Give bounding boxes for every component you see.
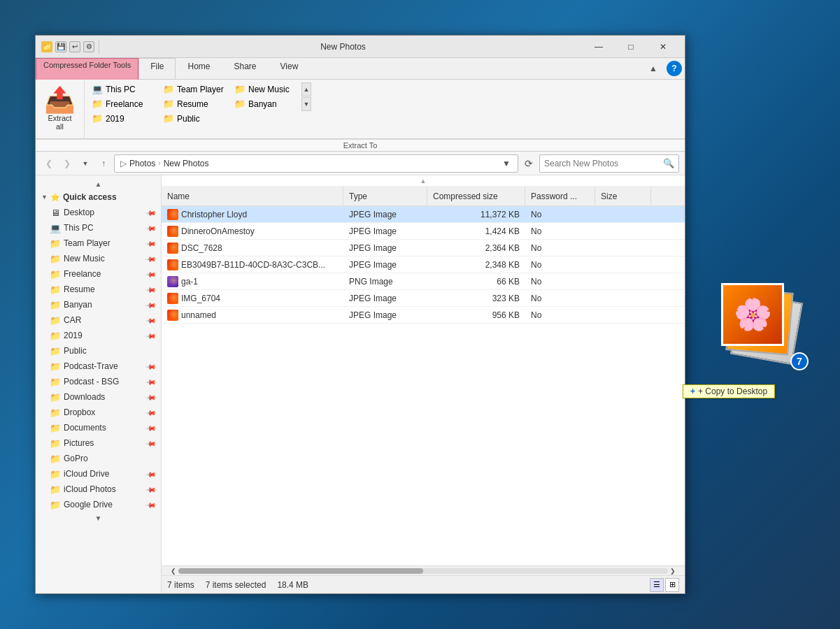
ribbon-scroll-down[interactable]: ▼ xyxy=(301,97,311,111)
sidebar-item-google-drive[interactable]: 📁 Google Drive 📌 xyxy=(36,497,161,512)
table-row[interactable]: IMG_6704 JPEG Image 323 KB No xyxy=(162,290,685,307)
table-row[interactable]: EB3049B7-B11D-40CD-8A3C-C3CB... JPEG Ima… xyxy=(162,256,685,273)
help-button[interactable]: ? xyxy=(667,61,682,76)
ribbon-tab-bar: Compressed Folder Tools File Home Share … xyxy=(36,58,685,80)
col-header-name[interactable]: Name xyxy=(162,187,343,205)
sidebar-scroll-down[interactable]: ▼ xyxy=(36,512,161,523)
sidebar-item-podcast-trave[interactable]: 📁 Podcast-Trave 📌 xyxy=(36,359,161,374)
sidebar-item-icloud-photos[interactable]: 📁 iCloud Photos 📌 xyxy=(36,482,161,497)
sidebar-item-desktop[interactable]: 🖥 Desktop 📌 xyxy=(36,205,161,220)
ribbon-resume[interactable]: 📁 Resume xyxy=(159,97,229,110)
ribbon-folder-col-2: 📁 Team Player 📁 Resume 📁 Public xyxy=(159,82,229,125)
hscroll-left-button[interactable]: ❮ xyxy=(169,566,178,576)
sidebar-item-gopro[interactable]: 📁 GoPro xyxy=(36,451,161,466)
col-header-type[interactable]: Type xyxy=(343,187,427,205)
file-size-cell xyxy=(595,223,651,239)
sidebar-item-documents[interactable]: 📁 Documents 📌 xyxy=(36,420,161,435)
hscroll-track xyxy=(178,568,668,574)
new-music-pin-icon: 📌 xyxy=(145,253,157,264)
sidebar-item-freelance[interactable]: 📁 Freelance 📌 xyxy=(36,266,161,282)
ribbon-2019[interactable]: 📁 2019 xyxy=(87,112,157,125)
back-button[interactable]: ❮ xyxy=(41,156,57,171)
quick-access-header[interactable]: ▼ ⭐ Quick access xyxy=(36,189,161,205)
sidebar-item-2019[interactable]: 📁 2019 📌 xyxy=(36,328,161,343)
close-button[interactable]: ✕ xyxy=(647,36,679,58)
refresh-button[interactable]: ⟳ xyxy=(521,156,536,171)
file-compressed-cell: 956 KB xyxy=(427,307,525,323)
file-name-cell: DSC_7628 xyxy=(162,240,343,256)
col-header-size[interactable]: Size xyxy=(595,187,651,205)
details-view-button[interactable]: ☰ xyxy=(650,578,664,592)
up-button[interactable]: ↑ xyxy=(96,156,111,171)
table-row[interactable]: unnamed JPEG Image 956 KB No xyxy=(162,307,685,324)
sidebar-item-banyan[interactable]: 📁 Banyan 📌 xyxy=(36,297,161,312)
table-row[interactable]: Christopher Lloyd JPEG Image 11,372 KB N… xyxy=(162,206,685,223)
tab-compressed-tools[interactable]: Compressed Folder Tools xyxy=(36,58,138,80)
google-drive-pin-icon: 📌 xyxy=(145,499,157,510)
ribbon-team-player-label: Team Player xyxy=(177,85,224,94)
breadcrumb-dropdown-button[interactable]: ▼ xyxy=(501,158,512,169)
table-row[interactable]: ga-1 PNG Image 66 KB No xyxy=(162,273,685,290)
col-header-compressed[interactable]: Compressed size xyxy=(427,187,525,205)
sidebar-item-team-player[interactable]: 📁 Team Player 📌 xyxy=(36,236,161,251)
search-input[interactable] xyxy=(544,159,660,168)
status-item-count: 7 items xyxy=(167,580,194,590)
icloud-drive-icon: 📁 xyxy=(50,468,61,479)
file-area-scroll-up[interactable]: ▲ xyxy=(162,175,685,187)
png-icon xyxy=(167,276,178,287)
pictures-icon: 📁 xyxy=(50,438,61,449)
sidebar-icloud-drive-label: iCloud Drive xyxy=(64,469,144,479)
sidebar-downloads-label: Downloads xyxy=(64,392,144,402)
undo-icon[interactable]: ↩ xyxy=(69,41,80,52)
sidebar-item-this-pc[interactable]: 💻 This PC 📌 xyxy=(36,220,161,236)
forward-button[interactable]: ❯ xyxy=(59,156,75,171)
extract-to-bar[interactable]: Extract To xyxy=(36,139,685,151)
sidebar-item-public[interactable]: 📁 Public xyxy=(36,343,161,359)
ribbon-freelance[interactable]: 📁 Freelance xyxy=(87,97,157,110)
sidebar-item-resume[interactable]: 📁 Resume 📌 xyxy=(36,282,161,297)
ribbon-team-player[interactable]: 📁 Team Player xyxy=(159,82,229,96)
ribbon-new-music[interactable]: 📁 New Music xyxy=(230,82,300,96)
sidebar-item-car[interactable]: 📁 CAR 📌 xyxy=(36,312,161,328)
maximize-button[interactable]: □ xyxy=(615,36,647,58)
large-icons-view-button[interactable]: ⊞ xyxy=(665,578,679,592)
table-row[interactable]: DSC_7628 JPEG Image 2,364 KB No xyxy=(162,240,685,256)
ribbon-banyan[interactable]: 📁 Banyan xyxy=(230,97,300,110)
hscroll-right-button[interactable]: ❯ xyxy=(668,566,678,576)
file-name-cell: Christopher Lloyd xyxy=(162,206,343,222)
file-name: Christopher Lloyd xyxy=(181,210,247,219)
tab-home[interactable]: Home xyxy=(176,58,222,79)
tab-file[interactable]: File xyxy=(138,58,176,79)
sidebar-item-pictures[interactable]: 📁 Pictures 📌 xyxy=(36,435,161,451)
recent-locations-button[interactable]: ▼ xyxy=(78,156,93,171)
sidebar-item-dropbox[interactable]: 📁 Dropbox 📌 xyxy=(36,405,161,420)
ribbon-scroll-up[interactable]: ▲ xyxy=(301,82,311,96)
ribbon-this-pc[interactable]: 💻 This PC xyxy=(87,82,157,96)
sidebar-new-music-label: New Music xyxy=(64,254,144,263)
horizontal-scrollbar[interactable]: ❮ ❯ xyxy=(162,565,685,575)
sidebar-item-new-music[interactable]: 📁 New Music 📌 xyxy=(36,251,161,266)
tab-view[interactable]: View xyxy=(269,58,311,79)
sidebar-item-icloud-drive[interactable]: 📁 iCloud Drive 📌 xyxy=(36,466,161,482)
properties-icon[interactable]: ⚙ xyxy=(83,41,94,52)
table-row[interactable]: DinneroOnAmestoy JPEG Image 1,424 KB No xyxy=(162,223,685,240)
col-header-password[interactable]: Password ... xyxy=(525,187,595,205)
ribbon-folders-area: 💻 This PC 📁 Freelance 📁 2019 📁 xyxy=(85,80,685,138)
ribbon-collapse-button[interactable]: ▲ xyxy=(646,61,661,76)
file-compressed-cell: 2,348 KB xyxy=(427,256,525,273)
sidebar-scroll-up[interactable]: ▲ xyxy=(36,178,161,189)
file-type-cell: JPEG Image xyxy=(343,206,427,222)
save-icon[interactable]: 💾 xyxy=(55,41,66,52)
file-name: DSC_7628 xyxy=(181,243,222,253)
breadcrumb-new-photos[interactable]: New Photos xyxy=(164,159,209,168)
minimize-button[interactable]: — xyxy=(583,36,615,58)
extract-all-button[interactable]: 📤 Extractall xyxy=(36,80,85,138)
sidebar-item-downloads[interactable]: 📁 Downloads 📌 xyxy=(36,389,161,405)
tab-share[interactable]: Share xyxy=(222,58,269,79)
file-compressed-cell: 11,372 KB xyxy=(427,206,525,222)
hscroll-thumb[interactable] xyxy=(178,568,423,574)
breadcrumb-photos[interactable]: Photos xyxy=(129,159,155,168)
tooltip-text: + Copy to Desktop xyxy=(698,386,767,396)
sidebar-item-podcast-bsg[interactable]: 📁 Podcast - BSG 📌 xyxy=(36,374,161,389)
ribbon-public[interactable]: 📁 Public xyxy=(159,112,229,125)
